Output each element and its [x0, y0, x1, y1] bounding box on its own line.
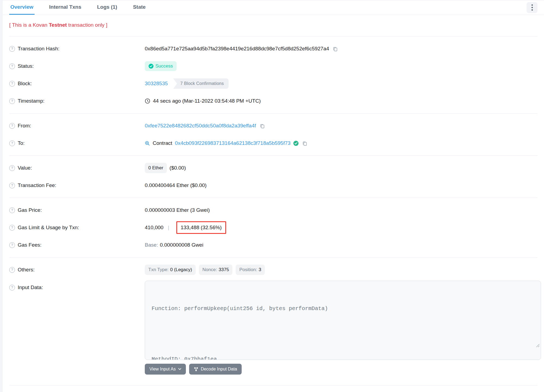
decode-input-data-label: Decode Input Data [201, 367, 237, 372]
tab-state[interactable]: State [132, 0, 147, 15]
row-status: ? Status: Success [3, 57, 544, 75]
value-amount-badge: 0 Ether [145, 163, 167, 173]
copy-icon [259, 123, 265, 129]
input-data-label: Input Data: [18, 284, 43, 290]
to-label: To: [18, 140, 24, 146]
row-transaction-fee: ? Transaction Fee: 0.000400464 Ether ($0… [3, 177, 544, 194]
transaction-hash-value: 0x86ed5a771e725aa94d5b7fa2398e4419e216d8… [145, 46, 329, 52]
value-label: Value: [18, 165, 32, 171]
tab-overview[interactable]: Overview [9, 0, 35, 15]
nonce-value: 3375 [219, 267, 229, 272]
nonce-badge: Nonce: 3375 [199, 265, 233, 275]
gas-fees-label: Gas Fees: [18, 242, 42, 248]
tab-bar: Overview Internal Txns Logs (1) State [3, 0, 544, 15]
from-label: From: [18, 123, 31, 129]
help-icon[interactable]: ? [9, 63, 15, 69]
section-gas: ? Gas Price: 0.000000003 Ether (3 Gwei) … [3, 198, 544, 257]
help-icon[interactable]: ? [9, 267, 15, 273]
copy-to-address-button[interactable] [301, 140, 308, 147]
zoom-in-icon[interactable] [145, 141, 150, 146]
txn-type-badge: Txn Type: 0 (Legacy) [145, 265, 196, 275]
gas-usage-highlight-box: 133,488 (32.56%) [176, 221, 226, 234]
warning-text-prefix: [ This is a Kovan [9, 22, 49, 28]
nonce-key: Nonce: [202, 267, 217, 272]
copy-icon [332, 46, 338, 52]
copy-icon [302, 140, 308, 146]
help-icon[interactable]: ? [9, 123, 15, 129]
gas-price-label: Gas Price: [18, 207, 42, 213]
from-address-link[interactable]: 0xfee7522e8482682cf50ddc50a0f8da2a39effa… [145, 123, 256, 129]
row-transaction-hash: ? Transaction Hash: 0x86ed5a771e725aa94d… [3, 40, 544, 57]
position-badge: Position: 3 [236, 265, 265, 275]
input-function-line: Function: performUpkeep(uint256 id, byte… [152, 304, 534, 313]
section-others-input: ? Others: Txn Type: 0 (Legacy) Nonce: 33… [3, 258, 544, 385]
row-others: ? Others: Txn Type: 0 (Legacy) Nonce: 33… [3, 261, 544, 278]
transaction-hash-label: Transaction Hash: [18, 46, 59, 52]
warning-text-suffix: transaction only ] [67, 22, 107, 28]
timestamp-label: Timestamp: [18, 98, 45, 104]
help-icon[interactable]: ? [9, 285, 15, 290]
clock-icon [145, 98, 150, 104]
row-timestamp: ? Timestamp: 44 secs ago (Mar-11-2022 03… [3, 92, 544, 110]
decode-input-data-button[interactable]: Decode Input Data [189, 364, 242, 375]
value-usd: ($0.00) [170, 165, 186, 171]
page-left-gutter [0, 0, 2, 392]
help-icon[interactable]: ? [9, 242, 15, 248]
transaction-detail-page: Overview Internal Txns Logs (1) State [ … [3, 0, 544, 392]
txn-type-value: 0 (Legacy) [170, 267, 192, 272]
gas-limit-separator: | [168, 225, 169, 231]
others-label: Others: [18, 267, 35, 273]
copy-transaction-hash-button[interactable] [332, 45, 339, 52]
gas-limit-label: Gas Limit & Usage by Txn: [18, 225, 79, 231]
textarea-resize-handle[interactable] [497, 333, 540, 359]
view-input-as-label: View Input As [149, 367, 176, 372]
tab-logs[interactable]: Logs (1) [96, 0, 118, 15]
section-overview-top: ? Transaction Hash: 0x86ed5a771e725aa94d… [3, 36, 544, 113]
transaction-fee-value: 0.000400464 Ether ($0.00) [145, 182, 207, 188]
row-block: ? Block: 30328535 7 Block Confirmations [3, 75, 544, 92]
position-key: Position: [239, 267, 257, 272]
gas-price-value: 0.000000003 Ether (3 Gwei) [145, 207, 210, 213]
transaction-fee-label: Transaction Fee: [18, 182, 56, 188]
row-gas-fees: ? Gas Fees: Base: 0.000000008 Gwei [3, 236, 544, 254]
block-label: Block: [18, 81, 32, 87]
more-options-button[interactable] [527, 2, 537, 13]
help-icon[interactable]: ? [9, 225, 15, 231]
timestamp-value: 44 secs ago (Mar-11-2022 03:54:48 PM +UT… [153, 98, 261, 104]
row-gas-price: ? Gas Price: 0.000000003 Ether (3 Gwei) [3, 201, 544, 219]
gas-fees-base-value: 0.000000008 Gwei [160, 242, 204, 248]
input-blank-line [152, 330, 534, 338]
copy-from-address-button[interactable] [259, 122, 266, 129]
view-input-as-button[interactable]: View Input As [145, 364, 186, 375]
chevron-down-icon [178, 368, 181, 370]
section-value: ? Value: 0 Ether ($0.00) ? Transaction F… [3, 156, 544, 198]
to-address-link[interactable]: 0x4cb093f226983713164a62138c3f718a5b595f… [175, 140, 291, 146]
help-icon[interactable]: ? [9, 140, 15, 146]
gas-usage-value: 133,488 (32.56%) [181, 225, 222, 230]
help-icon[interactable]: ? [9, 98, 15, 104]
row-to: ? To: Contract 0x4cb093f226983713164a621… [3, 134, 544, 152]
check-circle-icon [149, 64, 153, 69]
block-number-link[interactable]: 30328535 [145, 81, 168, 87]
gas-limit-value: 410,000 [145, 225, 164, 231]
row-gas-limit-usage: ? Gas Limit & Usage by Txn: 410,000 | 13… [3, 219, 544, 236]
decode-icon [194, 367, 198, 372]
help-icon[interactable]: ? [9, 46, 15, 52]
txn-type-key: Txn Type: [148, 267, 168, 272]
help-icon[interactable]: ? [9, 183, 15, 188]
input-methodid-line: MethodID: 0x7bbaf1ea [152, 355, 534, 360]
help-icon[interactable]: ? [9, 207, 15, 213]
kebab-menu-icon [531, 4, 533, 11]
tab-internal-txns[interactable]: Internal Txns [48, 0, 82, 15]
help-icon[interactable]: ? [9, 81, 15, 87]
row-from: ? From: 0xfee7522e8482682cf50ddc50a0f8da… [3, 117, 544, 134]
status-value: Success [155, 63, 173, 69]
warning-text-bold: Testnet [49, 22, 67, 28]
help-icon[interactable]: ? [9, 165, 15, 171]
gas-fees-base-label: Base: [145, 242, 158, 248]
section-addresses: ? From: 0xfee7522e8482682cf50ddc50a0f8da… [3, 114, 544, 155]
position-value: 3 [259, 267, 261, 272]
row-input-data: ? Input Data: Function: performUpkeep(ui… [3, 281, 544, 360]
resize-grip-icon [536, 344, 540, 347]
input-data-textarea[interactable]: Function: performUpkeep(uint256 id, byte… [145, 281, 541, 360]
